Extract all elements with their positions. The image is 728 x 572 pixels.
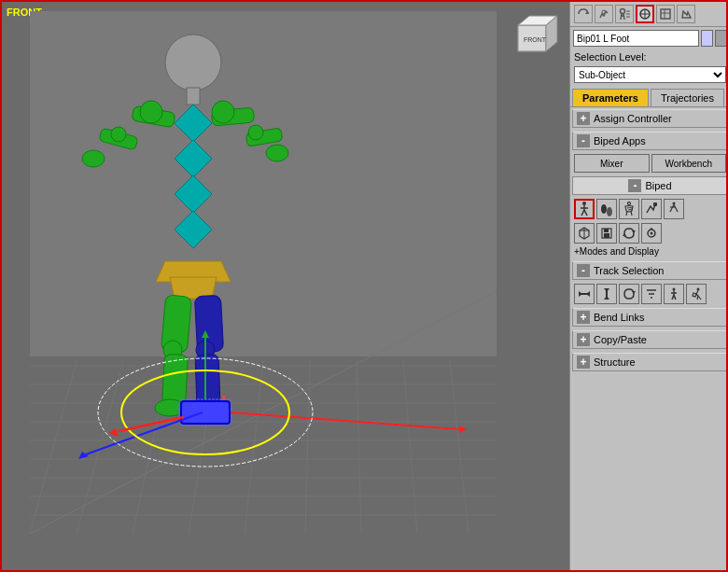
structure-toggle: + <box>577 356 590 369</box>
biped-section-header[interactable]: - Biped <box>572 176 728 195</box>
svg-line-114 <box>670 208 672 212</box>
name-row <box>570 27 728 49</box>
copy-paste-label: Copy/Paste <box>594 334 647 345</box>
toolbar-icon-1[interactable] <box>574 5 593 23</box>
svg-marker-124 <box>632 230 636 233</box>
svg-rect-111 <box>653 202 657 206</box>
toolbar-icon-5[interactable] <box>656 5 675 23</box>
svg-point-65 <box>248 125 263 140</box>
svg-point-101 <box>582 202 586 205</box>
tabs-row: Parameters Trajectories <box>570 87 728 107</box>
svg-point-59 <box>140 101 162 123</box>
svg-point-108 <box>628 202 631 205</box>
biped-apps-toggle: - <box>577 134 590 147</box>
biped-snapshot-icon[interactable] <box>641 223 662 244</box>
track-filter-icon[interactable] <box>641 284 662 304</box>
svg-point-88 <box>621 9 625 14</box>
structure-header[interactable]: + Structure <box>572 353 728 371</box>
svg-point-107 <box>607 207 612 216</box>
svg-marker-130 <box>579 291 582 297</box>
svg-rect-49 <box>187 88 200 105</box>
toolbar-icon-3[interactable] <box>615 5 634 23</box>
biped-load-icon[interactable] <box>574 223 595 244</box>
svg-text:FRONT: FRONT <box>524 36 547 43</box>
biped-apps-label: Biped Apps <box>594 135 646 146</box>
svg-marker-133 <box>604 288 609 292</box>
svg-marker-134 <box>604 296 609 300</box>
biped-icons-row1 <box>570 197 728 221</box>
assign-controller-header[interactable]: + Assign Controller <box>572 109 728 128</box>
svg-point-144 <box>697 288 700 291</box>
svg-rect-123 <box>604 229 609 232</box>
biped-apps-header[interactable]: - Biped Apps <box>572 132 728 150</box>
color-box-1[interactable] <box>701 30 713 47</box>
svg-text:×: × <box>221 393 227 403</box>
selection-level-row: Sub-Object <box>570 64 728 85</box>
biped-figure: × <box>30 11 497 534</box>
svg-point-64 <box>212 101 234 123</box>
selection-level-dropdown[interactable]: Sub-Object <box>574 66 726 83</box>
assign-controller-toggle: + <box>577 112 590 125</box>
copy-paste-header[interactable]: + Copy/Paste <box>572 330 728 349</box>
toolbar-icon-2[interactable] <box>595 5 613 23</box>
svg-marker-135 <box>632 291 636 294</box>
svg-rect-122 <box>604 233 609 238</box>
svg-rect-72 <box>195 355 220 407</box>
biped-icons-row2 <box>570 221 728 245</box>
svg-line-145 <box>698 296 701 300</box>
toolbar <box>570 2 728 27</box>
track-loop-icon[interactable] <box>619 284 639 304</box>
biped-rubber-band-icon[interactable] <box>641 199 662 219</box>
svg-point-60 <box>111 127 126 142</box>
modes-display-label[interactable]: +Modes and Display <box>570 245 728 259</box>
bend-links-header[interactable]: + Bend Links <box>572 308 728 327</box>
right-panel: Selection Level: Sub-Object Parameters T… <box>569 2 728 572</box>
biped-convert-icon[interactable] <box>619 223 639 244</box>
biped-apps-buttons: Mixer Workbench <box>570 152 728 174</box>
track-horizontal-icon[interactable] <box>574 284 595 304</box>
toolbar-icon-6[interactable] <box>677 5 695 23</box>
svg-point-106 <box>601 204 607 214</box>
nav-cube[interactable]: FRONT <box>509 11 565 67</box>
biped-treadmill-icon[interactable] <box>664 199 684 219</box>
svg-line-143 <box>674 295 676 300</box>
biped-footstep-icon[interactable] <box>596 199 617 219</box>
copy-paste-toggle: + <box>577 333 590 346</box>
mixer-button[interactable]: Mixer <box>574 154 650 173</box>
track-selection-label: Track Selection <box>594 265 664 276</box>
viewport[interactable]: FRONT FRONT <box>2 2 569 572</box>
biped-label: Biped <box>645 180 671 191</box>
tab-parameters[interactable]: Parameters <box>572 89 649 106</box>
svg-point-58 <box>82 150 105 167</box>
name-input[interactable] <box>573 30 699 47</box>
biped-motion-icon[interactable] <box>619 199 639 219</box>
svg-point-112 <box>673 202 676 205</box>
track-vertical-icon[interactable] <box>596 284 617 304</box>
track-walk-icon[interactable] <box>664 284 684 304</box>
svg-rect-73 <box>181 401 230 424</box>
svg-rect-98 <box>661 9 670 19</box>
color-box-2[interactable] <box>715 30 727 47</box>
svg-point-63 <box>266 145 288 161</box>
bend-links-toggle: + <box>577 311 590 324</box>
svg-line-116 <box>676 208 678 212</box>
toolbar-icon-4[interactable] <box>636 5 654 23</box>
svg-rect-27 <box>30 11 497 356</box>
structure-label: Structure <box>594 356 636 368</box>
biped-walk-icon[interactable] <box>574 199 595 219</box>
selection-level-label: Selection Level: <box>570 49 728 64</box>
svg-marker-131 <box>586 291 590 297</box>
workbench-button[interactable]: Workbench <box>651 154 727 173</box>
tab-trajectories[interactable]: Trajectories <box>651 89 724 106</box>
svg-line-104 <box>581 210 584 216</box>
assign-controller-label: Assign Controller <box>594 113 672 124</box>
svg-point-127 <box>651 232 653 235</box>
svg-rect-28 <box>30 356 497 534</box>
svg-point-139 <box>673 288 676 291</box>
biped-toggle: - <box>628 179 641 192</box>
biped-save-icon[interactable] <box>596 223 617 244</box>
track-selection-header[interactable]: - Track Selection <box>572 261 728 280</box>
svg-point-48 <box>165 35 221 91</box>
track-run-icon[interactable] <box>686 284 707 304</box>
bend-links-label: Bend Links <box>594 312 644 323</box>
